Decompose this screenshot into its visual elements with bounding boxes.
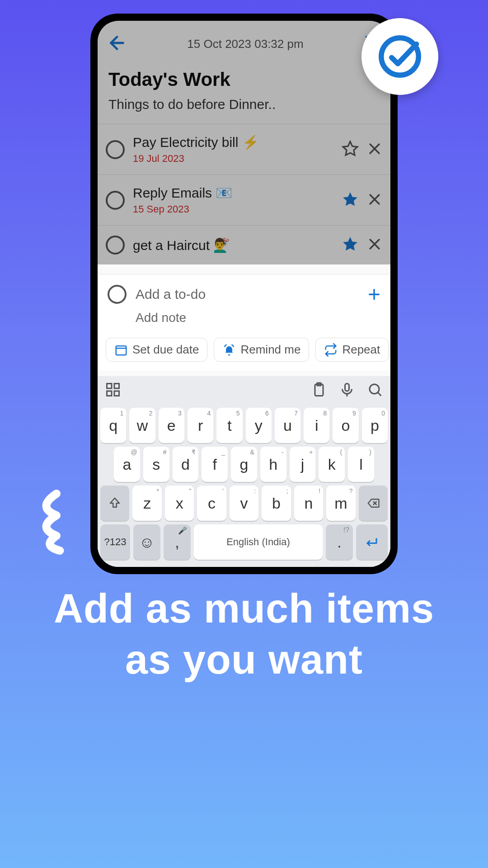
backspace-key[interactable] — [359, 486, 388, 521]
key-f[interactable]: f_ — [202, 447, 228, 482]
emoji-key[interactable]: ☺ — [133, 524, 160, 560]
header-datetime: 15 Oct 2023 03:32 pm — [136, 37, 354, 51]
task-row[interactable]: Reply Emails 📧 15 Sep 2023 — [98, 175, 390, 225]
keyboard-row: z*x"c'v:b;n!m? — [100, 486, 388, 521]
key-n[interactable]: n! — [294, 486, 323, 521]
key-y[interactable]: y6 — [246, 408, 272, 443]
keyboard-row: ?123 ☺ ,🎤 English (India) .!? — [100, 524, 388, 560]
chip-label: Set due date — [132, 343, 199, 357]
note-input[interactable]: Add note — [98, 309, 390, 334]
space-key[interactable]: English (India) — [194, 524, 323, 560]
svg-point-21 — [370, 384, 379, 394]
caption-line: as you want — [0, 634, 488, 685]
svg-rect-14 — [114, 384, 119, 389]
page-title: Today's Work — [108, 69, 380, 90]
key-m[interactable]: m? — [326, 486, 355, 521]
add-button[interactable]: + — [368, 283, 380, 305]
keyboard-row: q1w2e3r4t5y6u7i8o9p0 — [100, 408, 388, 443]
symbols-key[interactable]: ?123 — [100, 524, 130, 560]
svg-point-25 — [381, 38, 419, 75]
task-due-date: 15 Sep 2023 — [133, 203, 333, 215]
task-checkbox[interactable] — [106, 140, 125, 159]
phone-screen: 15 Oct 2023 03:32 pm Today's Work Things… — [98, 21, 390, 567]
key-i[interactable]: i8 — [304, 408, 329, 443]
key-r[interactable]: r4 — [188, 408, 213, 443]
key-u[interactable]: u7 — [275, 408, 300, 443]
key-g[interactable]: g& — [231, 447, 257, 482]
key-e[interactable]: e3 — [159, 408, 184, 443]
key-z[interactable]: z* — [132, 486, 161, 521]
svg-rect-19 — [345, 384, 349, 392]
key-d[interactable]: d₹ — [173, 447, 199, 482]
todo-input[interactable]: Add a to-do — [136, 287, 359, 302]
close-icon[interactable] — [367, 236, 382, 254]
task-checkbox[interactable] — [106, 191, 125, 210]
key-x[interactable]: x" — [165, 486, 194, 521]
key-o[interactable]: o9 — [333, 408, 358, 443]
key-p[interactable]: p0 — [362, 408, 388, 443]
phone-frame: 15 Oct 2023 03:32 pm Today's Work Things… — [90, 14, 398, 574]
remind-me-chip[interactable]: Remind me — [214, 338, 309, 362]
enter-key[interactable] — [356, 524, 388, 560]
svg-rect-11 — [116, 346, 127, 355]
dimmed-background: 15 Oct 2023 03:32 pm Today's Work Things… — [98, 21, 390, 264]
svg-marker-2 — [343, 142, 357, 155]
svg-marker-5 — [343, 192, 357, 206]
chip-label: Remind me — [240, 343, 300, 357]
svg-marker-8 — [343, 237, 357, 250]
svg-rect-16 — [114, 391, 119, 396]
caption-line: Add as much items — [0, 583, 488, 634]
star-icon[interactable] — [342, 236, 359, 255]
mic-icon[interactable] — [339, 382, 355, 400]
back-icon[interactable] — [107, 33, 127, 55]
task-checkbox[interactable] — [106, 236, 125, 255]
close-icon[interactable] — [367, 192, 382, 209]
star-icon[interactable] — [342, 191, 359, 210]
key-t[interactable]: t5 — [216, 408, 242, 443]
comma-key[interactable]: ,🎤 — [164, 524, 191, 560]
key-b[interactable]: b; — [262, 486, 291, 521]
key-h[interactable]: h- — [260, 447, 286, 482]
repeat-chip[interactable]: Repeat — [315, 338, 389, 362]
decorative-scribble — [27, 488, 72, 558]
task-row[interactable]: Pay Electricity bill ⚡ 19 Jul 2023 — [98, 124, 390, 175]
key-w[interactable]: w2 — [129, 408, 155, 443]
svg-line-22 — [378, 392, 381, 396]
key-q[interactable]: q1 — [100, 408, 126, 443]
app-badge — [361, 18, 438, 95]
task-title: Pay Electricity bill ⚡ — [133, 134, 333, 150]
keyboard-row: a@s#d₹f_g&h-j+k(l) — [100, 447, 388, 482]
shift-key[interactable] — [100, 486, 129, 521]
star-icon[interactable] — [342, 140, 359, 159]
keyboard: q1w2e3r4t5y6u7i8o9p0 a@s#d₹f_g&h-j+k(l) … — [98, 376, 390, 567]
set-due-date-chip[interactable]: Set due date — [106, 338, 207, 362]
key-s[interactable]: s# — [143, 447, 169, 482]
key-j[interactable]: j+ — [290, 447, 316, 482]
new-task-checkbox[interactable] — [108, 285, 127, 304]
clipboard-icon[interactable] — [311, 382, 327, 400]
key-l[interactable]: l) — [348, 447, 374, 482]
period-key[interactable]: .!? — [326, 524, 353, 560]
svg-rect-15 — [107, 391, 112, 396]
grid-icon[interactable] — [105, 382, 121, 400]
key-a[interactable]: a@ — [114, 447, 140, 482]
close-icon[interactable] — [367, 141, 382, 158]
page-subtitle: Things to do before Dinner.. — [108, 97, 380, 112]
key-c[interactable]: c' — [197, 486, 226, 521]
promo-caption: Add as much items as you want — [0, 583, 488, 685]
key-v[interactable]: v: — [230, 486, 258, 521]
key-k[interactable]: k( — [319, 447, 345, 482]
search-icon[interactable] — [367, 382, 383, 400]
task-due-date: 19 Jul 2023 — [133, 153, 333, 165]
task-title: get a Haircut 💇‍♂️ — [133, 237, 333, 253]
task-title: Reply Emails 📧 — [133, 185, 333, 201]
add-task-panel: Add a to-do + Add note Set due date Remi… — [98, 274, 390, 371]
task-row[interactable]: get a Haircut 💇‍♂️ — [98, 225, 390, 264]
chip-label: Repeat — [342, 343, 380, 357]
svg-rect-13 — [107, 384, 112, 389]
